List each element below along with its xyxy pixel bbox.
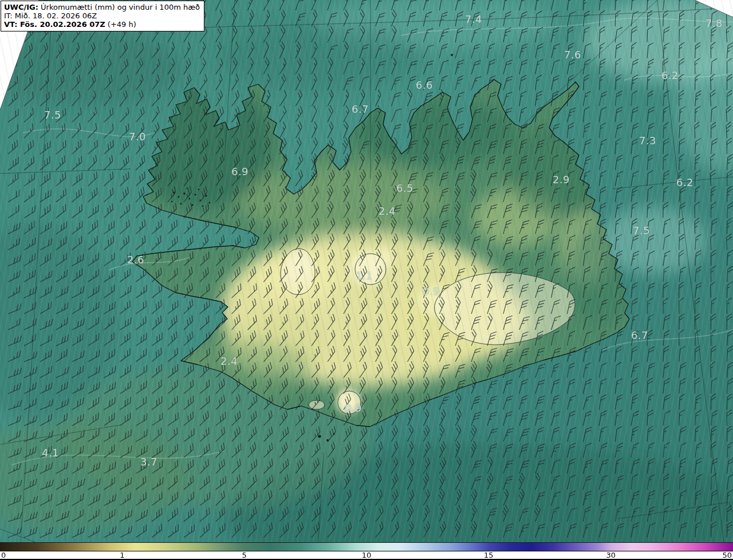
colorbar-tick: 5 bbox=[242, 551, 247, 559]
colorbar-tick-row: 01510153050 bbox=[0, 551, 733, 560]
title-line-product: UWC/IG: Úrkomumætti (mm) og vindur i 100… bbox=[4, 3, 200, 11]
colorbar-tick: 15 bbox=[484, 551, 494, 559]
colorbar-gradient-strip bbox=[0, 542, 733, 551]
weather-map: 7.47.87.66.26.66.77.57.07.36.92.96.26.52… bbox=[0, 0, 733, 542]
colorbar-tick: 1 bbox=[120, 551, 124, 559]
title-line-valid: VT: Fös. 20.02.2026 07Z (+49 h) bbox=[4, 20, 200, 29]
colorbar-tick: 30 bbox=[606, 551, 616, 559]
title-line-init: IT: Mið. 18. 02. 2026 06Z bbox=[4, 11, 200, 20]
title-box: UWC/IG: Úrkomumætti (mm) og vindur i 100… bbox=[1, 1, 204, 31]
colorbar-tick: 50 bbox=[722, 551, 732, 559]
product-label: UWC/IG: bbox=[4, 3, 38, 11]
colorbar-tick: 0 bbox=[1, 551, 6, 559]
map-canvas bbox=[0, 0, 733, 542]
colorbar-tick: 10 bbox=[362, 551, 372, 559]
weather-map-page: { "header": { "product_label": "UWC/IG:"… bbox=[0, 0, 733, 560]
precipitation-colorbar: 01510153050 bbox=[0, 542, 733, 560]
